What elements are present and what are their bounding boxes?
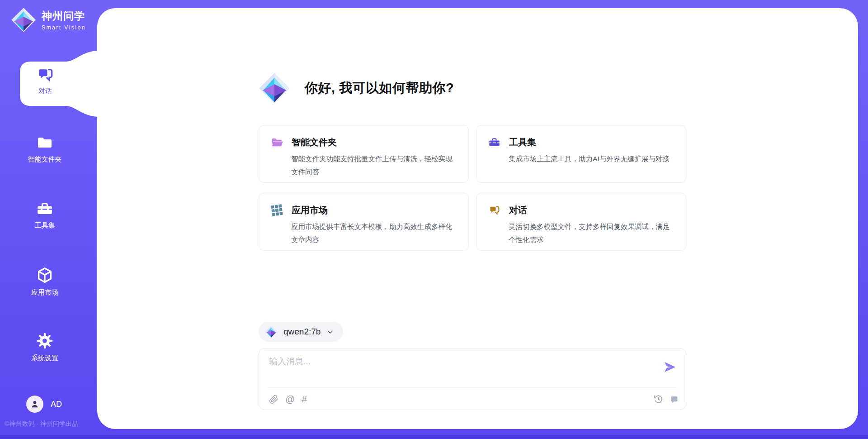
greeting: 你好, 我可以如何帮助你?: [259, 72, 454, 104]
greeting-gem-logo: [259, 72, 290, 104]
model-name: qwen2:7b: [283, 327, 321, 337]
history-icon[interactable]: [653, 394, 663, 404]
brand-title: 神州问学: [42, 9, 86, 23]
message-input[interactable]: [268, 355, 654, 383]
brand-subtitle: Smart Vision: [42, 24, 86, 31]
card-description: 智能文件夹功能支持批量文件上传与清洗，轻松实现文件问答: [291, 152, 457, 178]
card-title: 智能文件夹: [292, 136, 337, 148]
main-panel: 你好, 我可以如何帮助你? 智能文件夹 智能文件夹功能支持批量文件上传与清洗，轻…: [97, 8, 858, 429]
user-name: AD: [51, 400, 62, 409]
card-app-market[interactable]: 应用市场 应用市场提供丰富长文本模板，助力高效生成多样化文章内容: [259, 193, 469, 251]
model-selector[interactable]: qwen2:7b: [259, 322, 343, 342]
message-bubble-icon[interactable]: [669, 395, 679, 404]
brand: 神州问学 Smart Vision: [11, 7, 86, 33]
card-description: 应用市场提供丰富长文本模板，助力高效生成多样化文章内容: [291, 220, 457, 246]
folder-icon: [36, 134, 53, 151]
brand-gem-logo: [11, 7, 36, 33]
sidebar-item-app-market[interactable]: 应用市场: [0, 266, 90, 297]
chat-icon: [488, 204, 500, 216]
composer-actions: @ #: [269, 391, 679, 407]
card-title: 应用市场: [292, 204, 328, 216]
user-account[interactable]: AD: [26, 396, 62, 413]
message-composer: @ #: [259, 348, 686, 410]
card-description: 灵活切换多模型文件，支持多样回复效果调试，满足个性化需求: [509, 220, 674, 246]
feature-cards: 智能文件夹 智能文件夹功能支持批量文件上传与清洗，轻松实现文件问答: [259, 125, 686, 251]
card-description: 集成市场上主流工具，助力AI与外界无缝扩展与对接: [509, 152, 674, 165]
sidebar-item-label: 智能文件夹: [28, 155, 62, 164]
sidebar-item-toolset[interactable]: 工具集: [0, 200, 90, 230]
sidebar-item-label: 对话: [38, 87, 52, 95]
model-gem-logo: [265, 325, 278, 338]
sidebar-item-label: 系统设置: [31, 354, 58, 363]
person-icon: [32, 401, 38, 407]
send-button[interactable]: [663, 360, 677, 374]
sidebar-footer: ©神州数码 · 神州问学出品: [5, 420, 78, 428]
bottom-edge-bar: [0, 435, 868, 439]
toolbox-icon: [488, 136, 500, 148]
greeting-title: 你好, 我可以如何帮助你?: [305, 79, 454, 97]
sidebar-item-chat[interactable]: 对话: [20, 66, 71, 95]
attach-file-icon[interactable]: [269, 395, 278, 404]
sidebar-item-label: 工具集: [35, 221, 55, 230]
folder-open-icon: [271, 136, 283, 148]
card-toolset[interactable]: 工具集 集成市场上主流工具，助力AI与外界无缝扩展与对接: [476, 125, 686, 183]
card-chat[interactable]: 对话 灵活切换多模型文件，支持多样回复效果调试，满足个性化需求: [476, 193, 686, 251]
composer-divider: [268, 387, 677, 388]
cube-icon: [36, 266, 54, 284]
toolbox-icon: [36, 200, 53, 217]
chevron-down-icon: [326, 328, 334, 336]
card-title: 对话: [509, 204, 527, 216]
sidebar-item-smart-folder[interactable]: 智能文件夹: [0, 134, 90, 164]
sidebar-item-label: 应用市场: [31, 288, 58, 297]
grid-icon: [271, 204, 283, 216]
chat-icon: [36, 66, 54, 84]
sidebar-item-settings[interactable]: 系统设置: [0, 332, 90, 363]
card-smart-folder[interactable]: 智能文件夹 智能文件夹功能支持批量文件上传与清洗，轻松实现文件问答: [259, 125, 469, 183]
gear-icon: [36, 332, 54, 350]
card-title: 工具集: [509, 136, 536, 148]
avatar: [26, 396, 43, 413]
